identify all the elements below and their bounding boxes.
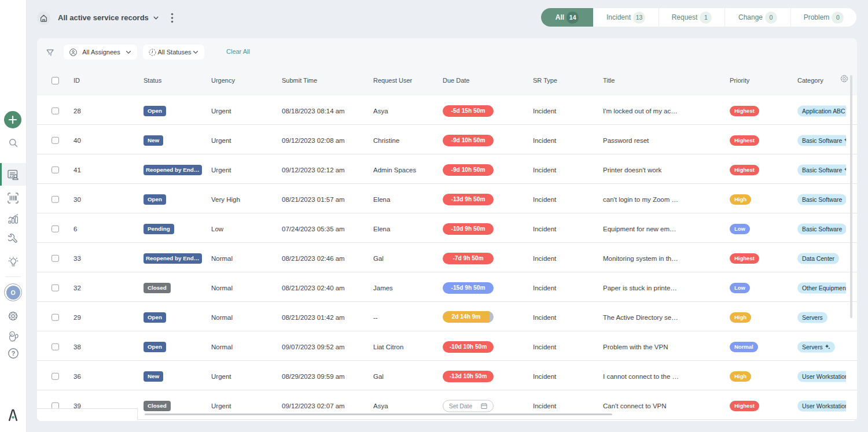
svg-text:?: ? <box>11 350 14 357</box>
